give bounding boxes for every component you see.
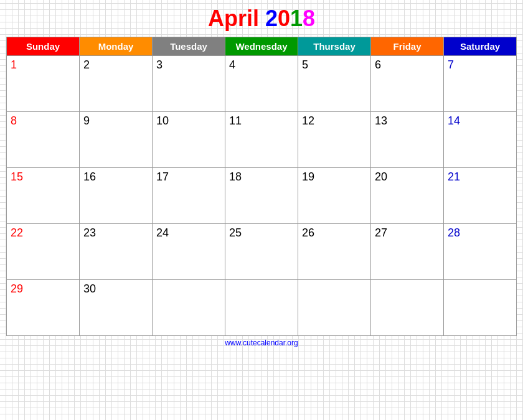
day-number: 26	[302, 226, 314, 239]
day-number: 23	[83, 226, 96, 239]
day-number: 27	[375, 226, 387, 239]
day-number: 5	[302, 58, 308, 71]
day-number: 20	[375, 170, 387, 183]
title-year-2: 2	[265, 6, 278, 31]
calendar-cell[interactable]: 15	[7, 168, 80, 224]
day-number: 24	[156, 226, 169, 239]
calendar-cell[interactable]	[153, 280, 225, 336]
calendar-cell[interactable]: 20	[371, 168, 444, 224]
calendar-cell[interactable]: 29	[7, 280, 80, 336]
calendar-table: Sunday Monday Tuesday Wednesday Thursday…	[6, 37, 517, 336]
calendar-cell[interactable]: 18	[225, 168, 298, 224]
day-number: 14	[448, 114, 460, 127]
calendar-page: April 2018 Sunday Monday Tuesday Wednesd…	[0, 0, 523, 420]
calendar-cell[interactable]: 7	[444, 56, 517, 112]
day-number: 29	[11, 282, 23, 295]
calendar-title: April 2018	[6, 5, 517, 32]
calendar-cell[interactable]	[371, 280, 444, 336]
calendar-cell[interactable]: 13	[371, 112, 444, 168]
header-thursday: Thursday	[298, 37, 371, 56]
footer: www.cutecalendar.org	[6, 338, 517, 347]
calendar-cell[interactable]: 21	[444, 168, 517, 224]
calendar-cell[interactable]: 16	[80, 168, 153, 224]
calendar-cell[interactable]: 6	[371, 56, 444, 112]
calendar-cell[interactable]: 25	[225, 224, 298, 280]
day-number: 7	[448, 58, 454, 71]
header-tuesday: Tuesday	[153, 37, 225, 56]
day-number: 22	[11, 226, 23, 239]
header-wednesday: Wednesday	[225, 37, 298, 56]
day-number: 15	[11, 170, 23, 183]
calendar-cell[interactable]: 19	[298, 168, 371, 224]
day-number: 11	[229, 114, 242, 127]
calendar-cell[interactable]: 3	[153, 56, 225, 112]
day-number: 10	[156, 114, 169, 127]
calendar-cell[interactable]: 5	[298, 56, 371, 112]
footer-url[interactable]: www.cutecalendar.org	[225, 338, 298, 347]
calendar-cell[interactable]	[225, 280, 298, 336]
day-number: 13	[375, 114, 387, 127]
calendar-cell[interactable]: 12	[298, 112, 371, 168]
day-number: 30	[83, 282, 96, 295]
calendar-cell[interactable]: 30	[80, 280, 153, 336]
calendar-cell[interactable]: 22	[7, 224, 80, 280]
header-friday: Friday	[371, 37, 444, 56]
calendar-cell[interactable]: 27	[371, 224, 444, 280]
day-number: 25	[229, 226, 242, 239]
day-number: 18	[229, 170, 242, 183]
title-year-0: 0	[278, 6, 290, 31]
day-number: 19	[302, 170, 314, 183]
day-number: 3	[156, 58, 163, 71]
day-number: 12	[302, 114, 314, 127]
calendar-cell[interactable]: 2	[80, 56, 153, 112]
day-number: 21	[448, 170, 460, 183]
calendar-cell[interactable]: 4	[225, 56, 298, 112]
day-number: 16	[83, 170, 96, 183]
day-number: 17	[156, 170, 169, 183]
calendar-cell[interactable]	[298, 280, 371, 336]
day-number: 6	[375, 58, 381, 71]
calendar-cell[interactable]: 8	[7, 112, 80, 168]
day-number: 1	[11, 58, 17, 71]
calendar-cell[interactable]: 1	[7, 56, 80, 112]
calendar-cell[interactable]: 14	[444, 112, 517, 168]
calendar-cell[interactable]: 24	[153, 224, 225, 280]
calendar-cell[interactable]: 17	[153, 168, 225, 224]
calendar-cell[interactable]: 9	[80, 112, 153, 168]
calendar-cell[interactable]: 11	[225, 112, 298, 168]
header-monday: Monday	[80, 37, 153, 56]
day-number: 4	[229, 58, 235, 71]
calendar-cell[interactable]: 26	[298, 224, 371, 280]
header-saturday: Saturday	[444, 37, 517, 56]
header-sunday: Sunday	[7, 37, 80, 56]
title-april: April	[208, 6, 259, 31]
title-year-8: 8	[303, 6, 315, 31]
title-year-1: 1	[290, 6, 303, 31]
calendar-cell[interactable]: 28	[444, 224, 517, 280]
day-number: 9	[83, 114, 90, 127]
calendar-cell[interactable]	[444, 280, 517, 336]
day-number: 8	[11, 114, 17, 127]
day-number: 2	[83, 58, 90, 71]
day-number: 28	[448, 226, 460, 239]
calendar-cell[interactable]: 23	[80, 224, 153, 280]
calendar-cell[interactable]: 10	[153, 112, 225, 168]
